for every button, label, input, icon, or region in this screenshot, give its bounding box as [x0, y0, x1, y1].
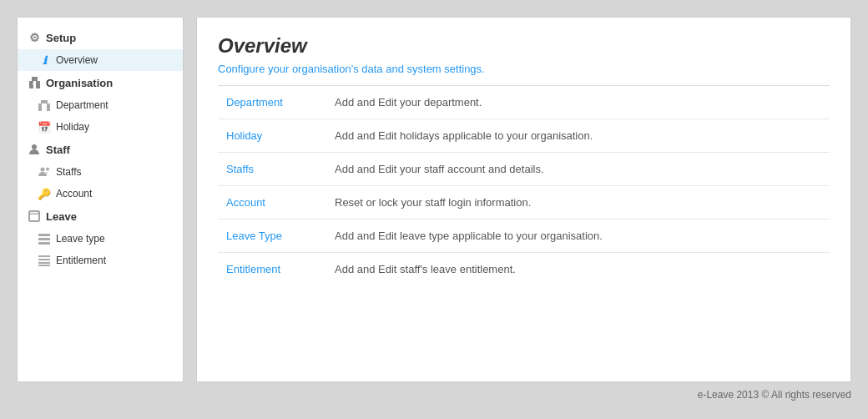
department-icon	[38, 98, 51, 112]
overview-link[interactable]: Holiday	[218, 119, 326, 153]
page-title: Overview	[218, 34, 830, 58]
staff-section-icon	[28, 143, 41, 156]
svg-rect-19	[38, 262, 50, 264]
svg-rect-3	[33, 83, 35, 85]
page-wrapper: ⚙ Setup ℹ Overview Organisation	[0, 0, 868, 419]
table-row: EntitlementAdd and Edit staff's leave en…	[218, 253, 830, 286]
key-icon: 🔑	[38, 187, 51, 200]
svg-point-11	[46, 168, 49, 171]
leave-type-icon	[38, 232, 51, 245]
svg-point-10	[41, 168, 45, 172]
overview-description: Add and Edit holidays applicable to your…	[326, 119, 830, 153]
sidebar-item-leave-type[interactable]: Leave type	[18, 228, 183, 250]
table-row: Leave TypeAdd and Edit leave type applic…	[218, 220, 830, 253]
overview-link[interactable]: Staffs	[218, 153, 326, 186]
sidebar-section-setup-label: Setup	[46, 32, 76, 44]
svg-rect-5	[47, 103, 50, 111]
sidebar: ⚙ Setup ℹ Overview Organisation	[17, 17, 184, 382]
sidebar-item-account-label: Account	[56, 188, 92, 199]
overview-description: Add and Edit your staff account and deta…	[326, 153, 830, 186]
sidebar-item-staffs[interactable]: Staffs	[18, 161, 183, 183]
sidebar-item-overview-label: Overview	[56, 54, 98, 66]
svg-rect-15	[38, 238, 50, 240]
overview-table: DepartmentAdd and Edit your department.H…	[218, 86, 830, 285]
leave-section-icon	[28, 210, 41, 223]
svg-point-9	[32, 144, 37, 149]
sidebar-item-account[interactable]: 🔑 Account	[18, 183, 183, 204]
svg-rect-16	[38, 242, 50, 245]
svg-rect-20	[38, 265, 50, 266]
main-panel: Overview Configure your organisation's d…	[196, 17, 851, 382]
sidebar-section-organisation[interactable]: Organisation	[18, 71, 183, 94]
sidebar-section-organisation-label: Organisation	[46, 77, 113, 89]
overview-link[interactable]: Account	[218, 186, 326, 220]
sidebar-section-leave[interactable]: Leave	[18, 204, 183, 228]
info-icon: ℹ	[38, 53, 51, 67]
overview-description: Add and Edit staff's leave entitlement.	[326, 253, 830, 286]
svg-rect-12	[29, 211, 39, 221]
sidebar-item-leave-type-label: Leave type	[56, 233, 105, 245]
gear-icon: ⚙	[28, 31, 41, 44]
sidebar-item-entitlement-label: Entitlement	[56, 255, 106, 266]
sidebar-item-department[interactable]: Department	[18, 94, 183, 116]
svg-rect-17	[38, 255, 50, 257]
table-row: StaffsAdd and Edit your staff account an…	[218, 153, 830, 186]
svg-rect-7	[43, 105, 44, 107]
table-row: DepartmentAdd and Edit your department.	[218, 86, 830, 119]
sidebar-item-holiday-label: Holiday	[56, 121, 89, 133]
sidebar-item-holiday[interactable]: 📅 Holiday	[18, 116, 183, 138]
table-row: AccountReset or lock your staff login in…	[218, 186, 830, 220]
svg-rect-8	[45, 105, 47, 107]
entitlement-icon	[38, 254, 51, 267]
sidebar-section-staff[interactable]: Staff	[18, 138, 183, 161]
staffs-icon	[38, 165, 51, 179]
svg-rect-14	[38, 234, 50, 236]
svg-rect-2	[32, 77, 38, 81]
overview-description: Add and Edit leave type applicable to yo…	[326, 220, 830, 253]
footer-text: e-Leave 2013 © All rights reserved	[698, 389, 851, 401]
sidebar-section-leave-label: Leave	[46, 210, 77, 223]
sidebar-section-setup[interactable]: ⚙ Setup	[18, 26, 183, 49]
sidebar-item-entitlement[interactable]: Entitlement	[18, 250, 183, 271]
overview-link[interactable]: Department	[218, 86, 326, 119]
svg-rect-4	[38, 103, 42, 111]
table-row: HolidayAdd and Edit holidays applicable …	[218, 119, 830, 153]
sidebar-item-department-label: Department	[56, 99, 108, 111]
svg-rect-1	[36, 81, 40, 88]
svg-rect-18	[38, 259, 50, 260]
svg-rect-0	[29, 81, 33, 88]
overview-link[interactable]: Leave Type	[218, 220, 326, 253]
sidebar-item-staffs-label: Staffs	[56, 166, 81, 178]
main-content: ⚙ Setup ℹ Overview Organisation	[17, 17, 851, 382]
page-subtitle: Configure your organisation's data and s…	[218, 63, 830, 75]
overview-description: Add and Edit your department.	[326, 86, 830, 119]
calendar-icon: 📅	[38, 120, 51, 134]
overview-link[interactable]: Entitlement	[218, 253, 326, 286]
svg-rect-6	[41, 100, 48, 103]
sidebar-section-staff-label: Staff	[46, 144, 70, 156]
sidebar-item-overview[interactable]: ℹ Overview	[18, 49, 183, 71]
overview-description: Reset or lock your staff login informati…	[326, 186, 830, 220]
footer: e-Leave 2013 © All rights reserved	[17, 382, 851, 402]
organisation-icon	[28, 76, 41, 89]
